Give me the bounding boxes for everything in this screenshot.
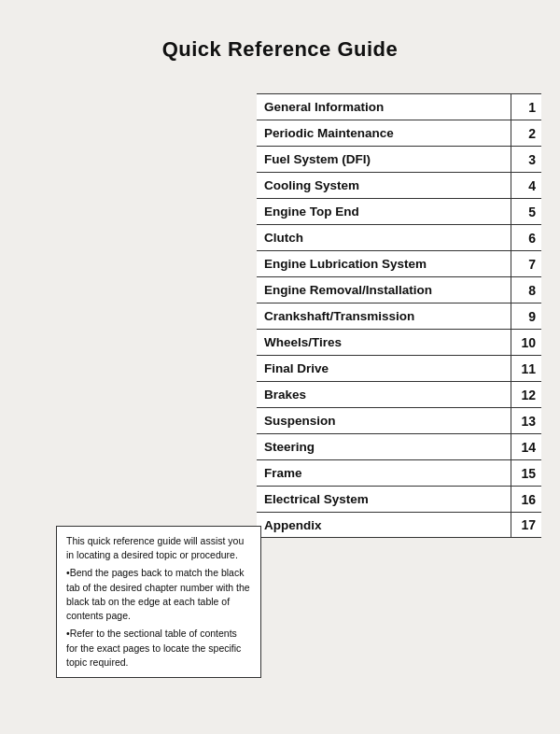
toc-row: Crankshaft/Transmission9 — [257, 303, 541, 329]
toc-row: Final Drive11 — [257, 355, 541, 381]
toc-row: Appendix17 — [257, 512, 541, 538]
toc-row: Electrical System16 — [257, 486, 541, 512]
toc-row: Wheels/Tires10 — [257, 329, 541, 355]
toc-label: Electrical System — [257, 487, 511, 512]
toc-container: General Information1Periodic Maintenance… — [257, 93, 541, 538]
toc-label: Periodic Maintenance — [257, 120, 511, 146]
toc-row: Fuel System (DFI)3 — [257, 146, 541, 172]
toc-number: 4 — [511, 173, 541, 198]
toc-number: 15 — [511, 460, 541, 486]
toc-number: 9 — [511, 303, 541, 329]
toc-row: Frame15 — [257, 459, 541, 486]
toc-label: Crankshaft/Transmission — [257, 303, 511, 329]
page-title: Quick Reference Guide — [0, 0, 560, 80]
toc-row: Engine Lubrication System7 — [257, 250, 541, 276]
toc-row: General Information1 — [257, 93, 541, 120]
toc-label: Engine Top End — [257, 199, 511, 224]
toc-label: Frame — [257, 460, 511, 486]
toc-number: 13 — [511, 408, 541, 433]
toc-row: Cooling System4 — [257, 172, 541, 198]
toc-label: Brakes — [257, 382, 511, 407]
toc-label: Fuel System (DFI) — [257, 147, 511, 172]
toc-label: Suspension — [257, 408, 511, 433]
toc-label: Cooling System — [257, 173, 511, 198]
toc-row: Clutch6 — [257, 224, 541, 250]
toc-row: Brakes12 — [257, 381, 541, 407]
toc-number: 2 — [511, 120, 541, 146]
toc-number: 12 — [511, 382, 541, 407]
toc-row: Engine Top End5 — [257, 198, 541, 224]
toc-label: Final Drive — [257, 356, 511, 381]
toc-number: 11 — [511, 356, 541, 381]
toc-row: Periodic Maintenance2 — [257, 120, 541, 146]
toc-number: 10 — [511, 330, 541, 355]
toc-number: 5 — [511, 199, 541, 224]
toc-label: General Information — [257, 94, 511, 120]
toc-row: Steering14 — [257, 433, 541, 459]
toc-label: Appendix — [257, 513, 511, 537]
toc-label: Wheels/Tires — [257, 330, 511, 355]
toc-row: Suspension13 — [257, 407, 541, 433]
toc-number: 16 — [511, 487, 541, 512]
toc-number: 17 — [511, 513, 541, 537]
toc-row: Engine Removal/Installation8 — [257, 276, 541, 303]
toc-label: Steering — [257, 434, 511, 459]
toc-number: 1 — [511, 94, 541, 120]
toc-number: 6 — [511, 225, 541, 250]
toc-number: 8 — [511, 277, 541, 303]
note-box: This quick reference guide will assist y… — [56, 526, 261, 678]
toc-label: Engine Lubrication System — [257, 251, 511, 276]
toc-number: 14 — [511, 434, 541, 459]
toc-label: Engine Removal/Installation — [257, 277, 511, 303]
toc-number: 7 — [511, 251, 541, 276]
toc-label: Clutch — [257, 225, 511, 250]
toc-number: 3 — [511, 147, 541, 172]
